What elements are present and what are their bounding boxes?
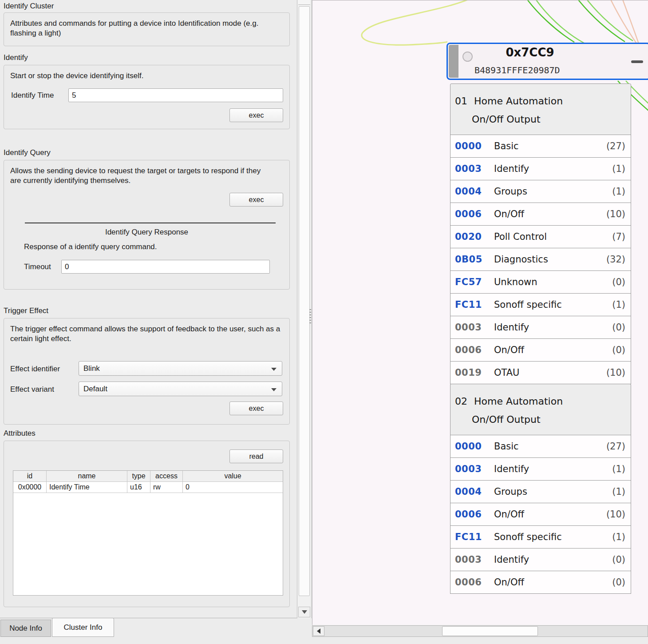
cluster-row-0003[interactable]: 0003Identify(1): [450, 457, 631, 481]
cluster-attribute-count: (27): [606, 441, 631, 452]
identify-cluster-description: Attributes and commands for putting a de…: [10, 19, 280, 38]
effect-identifier-select[interactable]: Blink: [79, 361, 282, 376]
cluster-id: 0006: [450, 577, 482, 588]
cluster-name: On/Off: [482, 345, 612, 355]
trigger-effect-description: The trigger effect command allows the su…: [10, 324, 284, 344]
endpoint-header-02[interactable]: 02Home AutomationOn/Off Output: [450, 384, 631, 435]
identify-description: Start or stop the device identifying its…: [10, 71, 277, 81]
cluster-id: 0004: [450, 486, 482, 497]
cluster-row-0B05[interactable]: 0B05Diagnostics(32): [450, 248, 631, 271]
identify-exec-button[interactable]: exec: [229, 108, 283, 122]
cluster-name: Sonoff specific: [482, 299, 612, 310]
chevron-down-icon: [271, 368, 277, 371]
network-graph-canvas[interactable]: 0x7CC9 B48931FFFE20987D 01Home Automatio…: [312, 0, 648, 625]
endpoint-device-type: On/Off Output: [450, 107, 631, 125]
cluster-id: 0003: [450, 163, 482, 174]
cluster-row-0006[interactable]: 0006On/Off(10): [450, 203, 631, 226]
scroll-down-button[interactable]: [298, 607, 310, 617]
column-header-id[interactable]: id: [13, 471, 47, 482]
endpoint-id: 02: [455, 396, 467, 407]
effect-variant-select[interactable]: Default: [79, 382, 282, 396]
trigger-effect-exec-button[interactable]: exec: [229, 402, 283, 415]
cluster-attribute-count: (32): [606, 254, 631, 265]
trigger-effect-title: Trigger Effect: [4, 306, 48, 315]
column-header-name[interactable]: name: [47, 471, 127, 482]
column-header-value[interactable]: value: [183, 471, 283, 482]
cluster-row-0000[interactable]: 0000Basic(27): [450, 135, 631, 158]
cluster-name: Groups: [482, 186, 612, 197]
node-drag-handle[interactable]: [449, 45, 458, 78]
cluster-row-0003[interactable]: 0003Identify(0): [450, 548, 631, 571]
cluster-name: Basic: [482, 141, 606, 151]
cluster-attribute-count: (1): [612, 532, 631, 542]
cluster-row-FC11[interactable]: FC11Sonoff specific(1): [450, 525, 631, 549]
table-row[interactable]: 0x0000Identify Timeu16rw0: [13, 482, 283, 493]
endpoint-profile-line: 02Home Automation: [450, 384, 631, 407]
cluster-row-0003[interactable]: 0003Identify(0): [450, 316, 631, 339]
cluster-row-0003[interactable]: 0003Identify(1): [450, 157, 631, 180]
node-title: 0x7CC9: [466, 46, 594, 59]
table-cell: rw: [150, 482, 183, 493]
timeout-input[interactable]: 0: [61, 260, 270, 274]
attributes-table[interactable]: idnametypeaccessvalue0x0000Identify Time…: [13, 470, 283, 596]
cluster-attribute-count: (10): [606, 509, 631, 520]
cluster-row-0020[interactable]: 0020Poll Control(7): [450, 225, 631, 248]
endpoint-cluster-list: 01Home AutomationOn/Off Output0000Basic(…: [450, 84, 631, 594]
column-header-access[interactable]: access: [150, 471, 183, 482]
scroll-up-button[interactable]: [298, 0, 310, 5]
endpoint-id: 01: [455, 95, 467, 107]
splitter-handle[interactable]: [309, 309, 311, 323]
scrollbar-thumb[interactable]: [442, 626, 538, 636]
cluster-row-0006[interactable]: 0006On/Off(10): [450, 503, 631, 526]
effect-identifier-value: Blink: [83, 364, 100, 373]
cluster-id: 0019: [450, 367, 482, 378]
link-curve-green: [575, 0, 625, 42]
identify-cluster-frame: Attributes and commands for putting a de…: [4, 12, 290, 46]
read-button[interactable]: read: [229, 449, 283, 463]
cluster-attribute-count: (0): [612, 554, 631, 565]
scroll-left-button[interactable]: [313, 626, 324, 636]
cluster-attribute-count: (10): [606, 367, 631, 378]
cluster-row-0000[interactable]: 0000Basic(27): [450, 435, 631, 458]
attributes-frame: read idnametypeaccessvalue0x0000Identify…: [4, 441, 290, 607]
cluster-attribute-count: (1): [612, 486, 631, 497]
cluster-attribute-count: (0): [612, 577, 631, 588]
table-cell: 0: [183, 482, 283, 493]
cluster-name: OTAU: [482, 367, 606, 378]
cluster-row-FC11[interactable]: FC11Sonoff specific(1): [450, 293, 631, 316]
node-widget-header[interactable]: 0x7CC9 B48931FFFE20987D: [446, 43, 648, 80]
attributes-title: Attributes: [4, 429, 36, 438]
cluster-attribute-count: (0): [612, 277, 631, 287]
cluster-id: 0006: [450, 345, 482, 355]
cluster-row-0006[interactable]: 0006On/Off(0): [450, 338, 631, 362]
column-header-type[interactable]: type: [127, 471, 150, 482]
identify-query-frame: Allows the sending device to request the…: [4, 160, 290, 290]
tab-cluster-info[interactable]: Cluster Info: [52, 618, 114, 637]
cluster-name: On/Off: [482, 209, 606, 219]
cluster-name: On/Off: [482, 509, 606, 520]
identify-time-input[interactable]: 5: [68, 88, 283, 102]
endpoint-header-01[interactable]: 01Home AutomationOn/Off Output: [450, 83, 631, 135]
identify-query-exec-button[interactable]: exec: [229, 193, 283, 207]
cluster-id: 0B05: [450, 254, 482, 265]
cluster-name: Sonoff specific: [482, 532, 612, 542]
identify-time-label: Identify Time: [11, 91, 54, 100]
cluster-id: 0020: [450, 231, 482, 242]
cluster-id: 0006: [450, 209, 482, 219]
cluster-row-FC57[interactable]: FC57Unknown(0): [450, 270, 631, 294]
cluster-row-0004[interactable]: 0004Groups(1): [450, 480, 631, 503]
scrollbar-thumb[interactable]: [299, 6, 310, 596]
cluster-id: 0004: [450, 186, 482, 197]
minimize-icon[interactable]: [631, 60, 643, 63]
timeout-label: Timeout: [24, 262, 51, 271]
tab-node-info[interactable]: Node Info: [0, 620, 51, 637]
canvas-horizontal-scrollbar[interactable]: [312, 625, 648, 637]
cluster-attribute-count: (1): [612, 464, 631, 474]
cluster-name: Identify: [482, 322, 612, 333]
cluster-row-0006[interactable]: 0006On/Off(0): [450, 571, 631, 594]
cluster-id: 0000: [450, 141, 482, 151]
cluster-row-0019[interactable]: 0019OTAU(10): [450, 361, 631, 384]
cluster-row-0004[interactable]: 0004Groups(1): [450, 180, 631, 203]
cluster-attribute-count: (0): [612, 322, 631, 333]
identify-cluster-title: Identify Cluster: [4, 2, 54, 11]
